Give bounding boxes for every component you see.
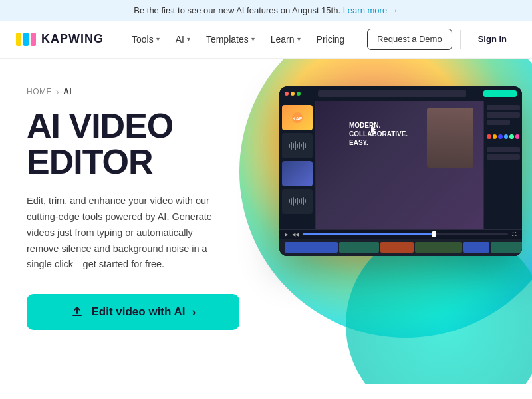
maximize-dot xyxy=(297,92,301,96)
chevron-down-icon: ▾ xyxy=(297,35,301,43)
logo-icon xyxy=(16,33,36,46)
hero-description: Edit, trim, and enhance your video with … xyxy=(27,194,226,273)
timeline-progress xyxy=(303,233,436,235)
color-green xyxy=(509,134,514,139)
cta-label: Edit video with AI xyxy=(91,305,185,319)
edit-video-cta-button[interactable]: Edit video with AI › xyxy=(27,294,239,330)
app-body: KAP xyxy=(279,101,522,229)
url-bar xyxy=(318,90,466,97)
rewind-icon: ◀◀ xyxy=(292,232,299,237)
fullscreen-icon: ⛶ xyxy=(512,232,517,237)
color-pink xyxy=(515,134,520,139)
announcement-banner: Be the first to see our new AI features … xyxy=(0,0,532,21)
app-screenshot: KAP xyxy=(279,86,522,256)
sign-in-button[interactable]: Sign In xyxy=(469,29,516,49)
track-segment-4 xyxy=(415,242,462,253)
timeline-progress-bar xyxy=(303,233,508,235)
hero-content: HOME › AI AI VIDEO EDITOR Edit, trim, an… xyxy=(27,80,279,384)
timeline-controls: ▶ ◀◀ ⛶ xyxy=(279,230,522,239)
app-canvas: MODERN. COLLABORATIVE. EASY. xyxy=(316,101,483,229)
waveform-1 xyxy=(282,133,313,158)
banner-link[interactable]: Learn more → xyxy=(343,5,398,15)
breadcrumb-separator: › xyxy=(56,86,59,97)
svg-text:KAP: KAP xyxy=(293,116,303,121)
hero-section: HOME › AI AI VIDEO EDITOR Edit, trim, an… xyxy=(0,59,532,384)
hero-title: AI VIDEO EDITOR xyxy=(27,108,279,180)
rp-control-1 xyxy=(487,105,520,110)
nav-item-templates[interactable]: Templates ▾ xyxy=(200,30,261,49)
breadcrumb: HOME › AI xyxy=(27,86,279,97)
app-titlebar xyxy=(279,86,522,101)
waveform-2 xyxy=(282,189,313,214)
app-right-panel xyxy=(483,101,522,229)
nav-links: Tools ▾ AI ▾ Templates ▾ Learn ▾ Pricing xyxy=(125,30,367,49)
logo-text: KAPWING xyxy=(41,32,104,46)
color-blue xyxy=(498,134,503,139)
rp-control-5 xyxy=(487,154,520,160)
nav-item-ai[interactable]: AI ▾ xyxy=(169,30,197,49)
timeline-track xyxy=(279,239,522,256)
track-segment-6 xyxy=(491,242,522,253)
nav-right: Request a Demo Sign In xyxy=(367,29,516,50)
upload-icon xyxy=(70,305,84,319)
app-left-panel: KAP xyxy=(279,101,316,229)
track-segment-2 xyxy=(339,242,379,253)
canvas-video: MODERN. COLLABORATIVE. EASY. xyxy=(316,101,483,229)
color-lightblue xyxy=(504,134,509,139)
arrow-icon: › xyxy=(192,305,196,319)
rp-control-2 xyxy=(487,112,520,118)
export-button xyxy=(483,90,517,97)
nav-item-pricing[interactable]: Pricing xyxy=(310,30,352,49)
minimize-dot xyxy=(291,92,295,96)
chevron-down-icon: ▾ xyxy=(187,35,190,43)
timeline-handle xyxy=(432,231,436,237)
close-dot xyxy=(285,92,289,96)
cursor-icon xyxy=(369,124,380,135)
track-segment-1 xyxy=(285,242,338,253)
breadcrumb-current: AI xyxy=(63,87,72,96)
nav-divider xyxy=(460,30,461,49)
banner-text: Be the first to see our new AI features … xyxy=(134,5,340,15)
play-icon: ▶ xyxy=(285,232,288,237)
chevron-down-icon: ▾ xyxy=(251,35,255,43)
track-segment-3 xyxy=(380,242,414,253)
hero-app-preview: KAP xyxy=(279,80,522,384)
logo[interactable]: KAPWING xyxy=(16,32,104,46)
chevron-down-icon: ▾ xyxy=(156,35,160,43)
rp-control-4 xyxy=(487,147,520,152)
media-thumb-1: KAP xyxy=(282,105,313,130)
nav-item-learn[interactable]: Learn ▾ xyxy=(264,30,307,49)
media-thumb-2 xyxy=(282,161,313,186)
color-palette xyxy=(487,133,519,140)
app-timeline: ▶ ◀◀ ⛶ xyxy=(279,229,522,256)
svg-rect-0 xyxy=(72,315,82,316)
color-red xyxy=(487,134,491,139)
nav-item-tools[interactable]: Tools ▾ xyxy=(125,30,166,49)
rp-control-3 xyxy=(487,120,510,125)
window-controls xyxy=(285,92,301,96)
navbar: KAPWING Tools ▾ AI ▾ Templates ▾ Learn ▾… xyxy=(0,21,532,59)
color-orange xyxy=(493,134,497,139)
breadcrumb-home: HOME xyxy=(27,87,52,96)
request-demo-button[interactable]: Request a Demo xyxy=(367,29,452,50)
track-segment-5 xyxy=(463,242,489,253)
